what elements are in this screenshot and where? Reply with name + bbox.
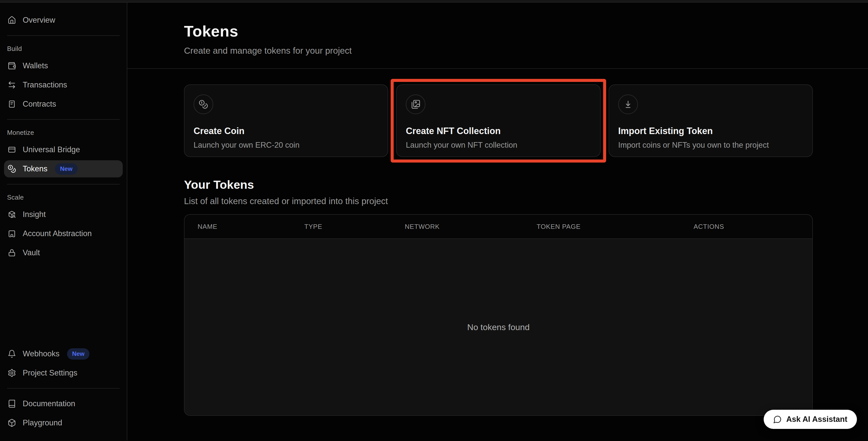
sidebar-footer: WebhooksNewProject SettingsDocumentation… <box>4 345 123 434</box>
section-label-scale: Scale <box>4 191 123 206</box>
cube-icon <box>7 418 16 427</box>
sidebar-item-label: Project Settings <box>23 369 78 378</box>
download-icon <box>623 99 633 109</box>
divider <box>7 35 120 36</box>
sidebar-nav: OverviewBuildWalletsTransactionsContract… <box>4 11 123 263</box>
sidebar-item-label: Universal Bridge <box>23 145 80 154</box>
sidebar-item-label: Webhooks <box>23 349 60 358</box>
card-title: Create NFT Collection <box>406 126 591 136</box>
column-header-name: NAME <box>185 223 291 230</box>
home-icon <box>7 16 16 25</box>
your-tokens-section: Your Tokens List of all tokens created o… <box>184 178 813 416</box>
card-subtitle: Launch your own ERC-20 coin <box>193 140 378 150</box>
sidebar-item-label: Overview <box>23 15 55 25</box>
column-header-token-page: TOKEN PAGE <box>524 223 681 230</box>
card-subtitle: Launch your own NFT collection <box>406 140 591 150</box>
card-create-coin[interactable]: Create CoinLaunch your own ERC-20 coin <box>184 85 388 157</box>
chat-bubble-icon <box>773 415 782 423</box>
card-subtitle: Import coins or NFTs you own to the proj… <box>618 140 803 150</box>
sidebar-item-label: Insight <box>23 210 45 219</box>
sidebar-item-universal-bridge[interactable]: Universal Bridge <box>4 141 123 158</box>
divider <box>7 388 120 388</box>
card-icon-circle <box>193 94 213 114</box>
sidebar-item-playground[interactable]: Playground <box>4 414 123 432</box>
sidebar-item-contracts[interactable]: Contracts <box>4 95 123 113</box>
sidebar-item-overview[interactable]: Overview <box>4 11 123 29</box>
sidebar-item-wallets[interactable]: Wallets <box>4 57 123 74</box>
sidebar: OverviewBuildWalletsTransactionsContract… <box>0 2 127 441</box>
page-subtitle: Create and manage tokens for your projec… <box>184 45 812 56</box>
divider <box>7 119 120 120</box>
sidebar-item-label: Playground <box>23 418 62 428</box>
sidebar-item-project-settings[interactable]: Project Settings <box>4 365 123 381</box>
main-content: Tokens Create and manage tokens for your… <box>127 2 868 441</box>
sidebar-item-label: Wallets <box>23 61 48 70</box>
card-title: Import Existing Token <box>618 126 803 136</box>
sidebar-item-transactions[interactable]: Transactions <box>4 76 123 94</box>
sidebar-item-label: Contracts <box>23 99 56 108</box>
card-create-nft-collection[interactable]: Create NFT CollectionLaunch your own NFT… <box>396 85 600 157</box>
coins-icon <box>7 164 16 173</box>
coins-icon <box>198 99 208 109</box>
tokens-table-header: NAMETYPENETWORKTOKEN PAGEACTIONS <box>185 215 812 239</box>
new-badge: New <box>67 348 90 359</box>
your-tokens-title: Your Tokens <box>184 178 813 191</box>
card-import-existing-token[interactable]: Import Existing TokenImport coins or NFT… <box>609 85 813 157</box>
ask-ai-assistant-label: Ask AI Assistant <box>786 415 847 424</box>
sidebar-item-label: Vault <box>23 248 40 257</box>
ask-ai-assistant-button[interactable]: Ask AI Assistant <box>764 410 857 429</box>
transactions-icon <box>7 81 16 89</box>
column-header-type: TYPE <box>291 223 392 230</box>
bridge-card-icon <box>7 146 16 154</box>
sidebar-item-tokens[interactable]: TokensNew <box>4 160 123 178</box>
sidebar-item-label: Account Abstraction <box>23 229 92 238</box>
tokens-table-body: No tokens found <box>185 239 812 415</box>
section-label-build: Build <box>4 42 123 57</box>
gear-icon <box>7 369 16 377</box>
contract-icon <box>7 100 16 108</box>
sidebar-item-label: Tokens <box>23 164 48 174</box>
token-action-cards: Create CoinLaunch your own ERC-20 coinCr… <box>184 85 813 157</box>
section-label-monetize: Monetize <box>4 126 123 141</box>
your-tokens-subtitle: List of all tokens created or imported i… <box>184 196 813 206</box>
sidebar-item-insight[interactable]: Insight <box>4 206 123 223</box>
book-icon <box>7 400 16 408</box>
card-icon-circle <box>618 94 638 114</box>
sidebar-item-webhooks[interactable]: WebhooksNew <box>4 345 123 363</box>
lock-icon <box>7 249 16 257</box>
card-title: Create Coin <box>193 126 378 136</box>
wallet-icon <box>7 62 16 70</box>
bell-icon <box>7 349 16 358</box>
page-title: Tokens <box>184 22 812 40</box>
empty-state-text: No tokens found <box>467 322 530 332</box>
sidebar-item-account-abstraction[interactable]: Account Abstraction <box>4 225 123 242</box>
page-header: Tokens Create and manage tokens for your… <box>127 2 868 69</box>
card-icon-circle <box>406 94 426 114</box>
divider <box>7 184 120 185</box>
sidebar-item-documentation[interactable]: Documentation <box>4 395 123 412</box>
window-top-strip <box>0 0 868 2</box>
account-abstraction-icon <box>7 229 16 238</box>
column-header-network: NETWORK <box>392 223 524 230</box>
sidebar-item-label: Documentation <box>23 399 75 408</box>
column-header-actions: ACTIONS <box>681 223 812 230</box>
insight-icon <box>7 210 16 219</box>
tokens-table: NAMETYPENETWORKTOKEN PAGEACTIONS No toke… <box>184 214 813 416</box>
sidebar-item-vault[interactable]: Vault <box>4 244 123 261</box>
sidebar-item-label: Transactions <box>23 81 67 90</box>
image-icon <box>411 99 421 109</box>
new-badge: New <box>55 163 78 175</box>
